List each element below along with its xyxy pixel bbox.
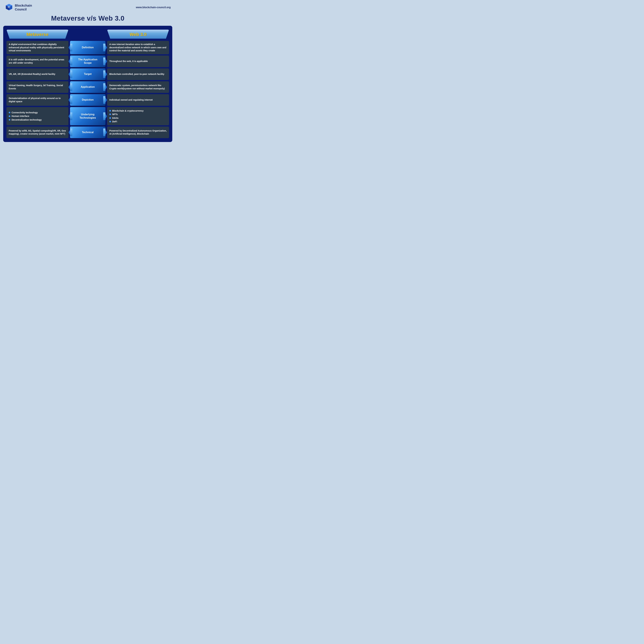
left-connector-bar — [70, 112, 72, 120]
center-label-text: The Application Scope — [78, 58, 97, 65]
center-label-cell: Depiction — [70, 94, 105, 106]
header: BC Blockchain Council www.blockchain-cou… — [3, 3, 172, 12]
website-url: www.blockchain-council.org — [136, 6, 171, 9]
column-headers: Metaverse Web 3.0 — [6, 30, 169, 39]
center-tab: Underlying Technologies — [70, 107, 105, 125]
right-cell: Blockchain & cryptocurrencyNFTsDAOsDeFi — [107, 107, 169, 125]
cell-text: Individual owned and regulating internet — [109, 98, 153, 102]
center-label-cell: The Application Scope — [70, 56, 105, 67]
table-row: Powered by wifi6, 6G, Spatial computing(… — [6, 127, 169, 138]
content-area: Metaverse Web 3.0 A digital environment … — [3, 26, 172, 142]
list-item: DeFi — [109, 120, 144, 123]
bullet-dot — [9, 112, 10, 113]
left-cell: VR, AR, XR (Extended Reality) world faci… — [6, 68, 68, 80]
svg-text:BC: BC — [8, 6, 10, 8]
table-row: Connectivity technologyHuman interfaceDe… — [6, 107, 169, 125]
list-item: Decentralization technology — [9, 118, 42, 122]
left-cell: Powered by wifi6, 6G, Spatial computing(… — [6, 127, 68, 138]
bullet-dot — [9, 119, 10, 121]
right-cell: Blockchain controlled, peer-to-peer netw… — [107, 68, 169, 80]
table-row: It is still under development, and the p… — [6, 56, 169, 67]
right-cell: Democratic system, permissionless networ… — [107, 81, 169, 93]
table-row: A digital environment that combines digi… — [6, 41, 169, 54]
cell-text: A new internet iteration aims to establi… — [109, 43, 167, 52]
web3-column-header: Web 3.0 — [107, 30, 169, 39]
right-connector-bar — [103, 128, 105, 136]
bullet-dot — [109, 121, 111, 122]
metaverse-title: Metaverse — [26, 32, 48, 37]
right-connector-bar — [103, 112, 105, 120]
left-connector-bar — [70, 83, 72, 91]
center-label-text: Underlying Technologies — [80, 113, 96, 120]
cell-text: Blockchain controlled, peer-to-peer netw… — [109, 73, 164, 76]
cell-text: Democratic system, permissionless networ… — [109, 84, 167, 90]
left-connector-bar — [70, 128, 72, 136]
table-row: Virtual Gaming, Health Surgery, 3d Train… — [6, 81, 169, 93]
cell-text: VR, AR, XR (Extended Reality) world faci… — [9, 73, 55, 76]
web3-title: Web 3.0 — [130, 32, 147, 37]
center-label-wrap: Target — [70, 68, 105, 80]
bullet-dot — [109, 110, 111, 112]
center-tab: The Application Scope — [70, 56, 105, 67]
blockchain-council-logo-icon: BC — [5, 3, 13, 12]
center-label-wrap: The Application Scope — [70, 56, 105, 67]
center-label-wrap: Underlying Technologies — [70, 107, 105, 125]
main-title: Metaverse v/s Web 3.0 — [3, 14, 172, 22]
left-connector-bar — [70, 44, 72, 51]
center-label-text: Depiction — [82, 98, 94, 102]
cell-text: It is still under development, and the p… — [9, 58, 66, 64]
right-connector-bar — [103, 57, 105, 65]
center-label-text: Technical — [82, 131, 94, 134]
center-label-wrap: Application — [70, 81, 105, 93]
center-label-text: Definition — [82, 46, 94, 49]
left-cell: Virtual Gaming, Health Surgery, 3d Train… — [6, 81, 68, 93]
bullet-dot — [109, 114, 111, 115]
bullet-dot — [9, 115, 10, 117]
right-cell: Powered by Decentralized Autonomous Orga… — [107, 127, 169, 138]
center-label-wrap: Depiction — [70, 94, 105, 106]
center-label-wrap: Technical — [70, 127, 105, 138]
cell-text: Dematerialization of physical entity aro… — [9, 97, 66, 103]
right-connector-bar — [103, 70, 105, 78]
metaverse-column-header: Metaverse — [6, 30, 68, 39]
center-label-text: Target — [84, 72, 92, 76]
list-item: Human interface — [9, 114, 42, 118]
center-label-cell: Technical — [70, 127, 105, 138]
right-connector-bar — [103, 44, 105, 51]
cell-text: Throughout the web, it is applicable — [109, 60, 148, 63]
table-row: Dematerialization of physical entity aro… — [6, 94, 169, 106]
left-connector-bar — [70, 96, 72, 104]
left-connector-bar — [70, 57, 72, 65]
right-cell: A new internet iteration aims to establi… — [107, 41, 169, 54]
center-label-cell: Application — [70, 81, 105, 93]
left-cell: It is still under development, and the p… — [6, 56, 68, 67]
left-cell: Connectivity technologyHuman interfaceDe… — [6, 107, 68, 125]
list-item: Connectivity technology — [9, 111, 42, 114]
cell-text: Powered by wifi6, 6G, Spatial computing(… — [9, 129, 66, 136]
center-tab: Definition — [70, 41, 105, 54]
right-connector-bar — [103, 96, 105, 104]
list-item: NFTs — [109, 113, 144, 116]
logo-area: BC Blockchain Council — [5, 3, 32, 12]
table-row: VR, AR, XR (Extended Reality) world faci… — [6, 68, 169, 80]
center-label-cell: Target — [70, 68, 105, 80]
logo-text: Blockchain Council — [15, 4, 32, 11]
cell-text: Powered by Decentralized Autonomous Orga… — [109, 129, 167, 136]
rows-container: A digital environment that combines digi… — [6, 41, 169, 138]
center-label-cell: Definition — [70, 41, 105, 54]
right-cell: Individual owned and regulating internet — [107, 94, 169, 106]
center-label-wrap: Definition — [70, 41, 105, 54]
bullet-dot — [109, 117, 111, 119]
right-connector-bar — [103, 83, 105, 91]
cell-text: A digital environment that combines digi… — [9, 43, 66, 52]
center-tab: Depiction — [70, 94, 105, 106]
center-tab: Target — [70, 68, 105, 80]
left-cell: Dematerialization of physical entity aro… — [6, 94, 68, 106]
center-tab: Application — [70, 81, 105, 93]
center-label-text: Application — [81, 85, 95, 89]
left-cell: A digital environment that combines digi… — [6, 41, 68, 54]
center-label-cell: Underlying Technologies — [70, 107, 105, 125]
cell-text: Virtual Gaming, Health Surgery, 3d Train… — [9, 84, 66, 90]
left-connector-bar — [70, 70, 72, 78]
right-cell: Throughout the web, it is applicable — [107, 56, 169, 67]
